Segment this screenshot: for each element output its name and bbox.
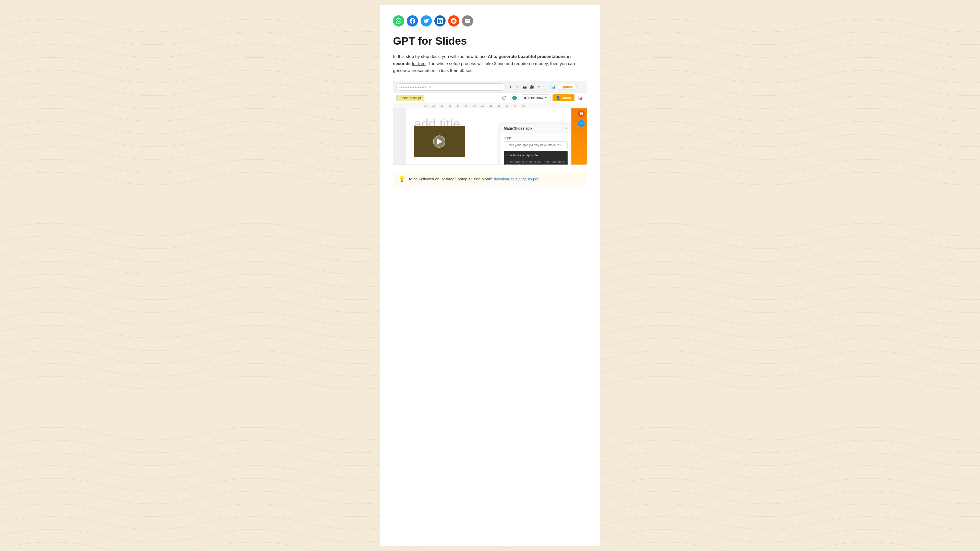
slideshow-label: Slideshow	[528, 96, 543, 100]
slides-main: add title dd subtitle MagicSlides.app ×	[393, 108, 587, 165]
url-text: ●●●●●●●●●●●●●●●● 1.8	[399, 86, 431, 89]
topic-label: Topic	[504, 136, 568, 140]
ruler-25: 25	[519, 104, 528, 107]
suggestion-parents[interactable]: How Parents Should Deal Teens' Romantic …	[504, 159, 568, 165]
magic-popup-body: Topic How to live a happy life How Paren…	[500, 133, 571, 165]
profile-avatar	[512, 96, 517, 100]
share-label: Share	[562, 96, 571, 100]
ruler-15: 15	[438, 104, 446, 107]
video-thumbnail[interactable]	[414, 126, 465, 157]
slides-toolbar-left: Finished script	[396, 95, 499, 101]
browser-chrome: ●●●●●●●●●●●●●●●● 1.8 ⬆ ☆ 📷 🎥 ✦ ⊡ 📊 Updat…	[393, 81, 587, 93]
topic-input[interactable]	[504, 141, 568, 149]
suggestions-dropdown: How to live a happy life How Parents Sho…	[504, 151, 568, 165]
comments-icon[interactable]: 💬	[501, 94, 508, 102]
slideshow-icon: ▶	[525, 96, 527, 100]
ruler-21: 21	[487, 104, 495, 107]
ruler-19: 19	[470, 104, 479, 107]
slides-toolbar: Finished script 💬 ▶ Slideshow ▼ 👤 Share …	[393, 93, 587, 103]
slides-ruler: 13 14 15 16 17 18 19 20 21 22 23 24 25	[393, 103, 587, 108]
browser-url-bar[interactable]: ●●●●●●●●●●●●●●●● 1.8	[396, 83, 506, 91]
star-icon[interactable]: ☆	[515, 84, 520, 90]
slides-canvas-area: add title dd subtitle MagicSlides.app ×	[406, 108, 571, 165]
ruler-23: 23	[503, 104, 511, 107]
ruler-13: 13	[422, 104, 430, 107]
magic-popup-header: MagicSlides.app ×	[500, 124, 571, 133]
notice-bar: 💡 To be Followed on Desktop/Laptop if us…	[393, 172, 587, 186]
screenshot-container: ●●●●●●●●●●●●●●●● 1.8 ⬆ ☆ 📷 🎥 ✦ ⊡ 📊 Updat…	[393, 81, 587, 165]
magic-popup-title: MagicSlides.app	[504, 126, 532, 130]
magic-slides-popup: MagicSlides.app × Topic How to live a ha…	[500, 123, 571, 165]
social-icon-email[interactable]	[462, 15, 473, 27]
intro-paragraph: In this step by step docs, you will see …	[393, 53, 587, 74]
slides-sidebar	[393, 108, 406, 165]
slideshow-dropdown-arrow: ▼	[545, 97, 547, 99]
notice-icon: 💡	[398, 176, 405, 183]
analytics-icon[interactable]: 📊	[550, 84, 556, 90]
ruler-17: 17	[454, 104, 462, 107]
right-panel-icon[interactable]	[578, 110, 585, 117]
split-icon[interactable]: ⊡	[543, 84, 549, 90]
ruler-24: 24	[511, 104, 519, 107]
notice-text-main: To be Followed on Desktop/Laptop if usin…	[408, 177, 494, 181]
more-options-icon[interactable]: ⋮	[578, 84, 584, 90]
download-pdf-link[interactable]: download this page as pdf	[494, 177, 538, 181]
camera-icon[interactable]: 📷	[522, 84, 528, 90]
social-icon-whatsapp[interactable]	[393, 15, 404, 27]
social-icon-linkedin[interactable]	[434, 15, 445, 27]
browser-icons: ⬆ ☆ 📷 🎥 ✦ ⊡ 📊 Update ⋮	[508, 84, 584, 90]
profile-button[interactable]	[510, 94, 519, 102]
slides-right-panel	[571, 108, 587, 165]
page-container: GPT for Slides In this step by step docs…	[380, 5, 600, 546]
suggestion-happy-life[interactable]: How to live a happy life	[504, 152, 568, 159]
share-button[interactable]: 👤 Share	[552, 94, 574, 101]
social-icon-twitter[interactable]	[421, 15, 432, 27]
more-slides-icon[interactable]: 📊	[576, 94, 584, 102]
ruler-14: 14	[430, 104, 438, 107]
for-free-link[interactable]: for free	[412, 61, 426, 66]
finished-script-tag[interactable]: Finished script	[396, 95, 425, 101]
ruler-16: 16	[446, 104, 454, 107]
update-button[interactable]: Update	[558, 84, 576, 90]
page-title: GPT for Slides	[393, 35, 587, 48]
social-icon-reddit[interactable]	[448, 15, 460, 27]
social-bar	[393, 15, 587, 27]
video-icon[interactable]: 🎥	[529, 84, 535, 90]
notice-text: To be Followed on Desktop/Laptop if usin…	[408, 177, 538, 181]
extensions-icon[interactable]: ✦	[536, 84, 542, 90]
ruler-20: 20	[479, 104, 487, 107]
social-icon-facebook[interactable]	[407, 15, 418, 27]
share-icon: 👤	[556, 96, 560, 100]
intro-text-start: In this step by step docs, you will see …	[393, 54, 488, 59]
ruler-22: 22	[495, 104, 503, 107]
ruler-numbers: 13 14 15 16 17 18 19 20 21 22 23 24 25	[406, 104, 528, 107]
play-button[interactable]	[433, 135, 445, 148]
blue-panel-icon[interactable]	[578, 120, 585, 127]
slideshow-button[interactable]: ▶ Slideshow ▼	[521, 94, 550, 101]
ruler-18: 18	[462, 104, 470, 107]
share-browser-icon[interactable]: ⬆	[508, 84, 513, 90]
magic-popup-close-button[interactable]: ×	[565, 126, 568, 130]
play-triangle-icon	[437, 138, 442, 144]
